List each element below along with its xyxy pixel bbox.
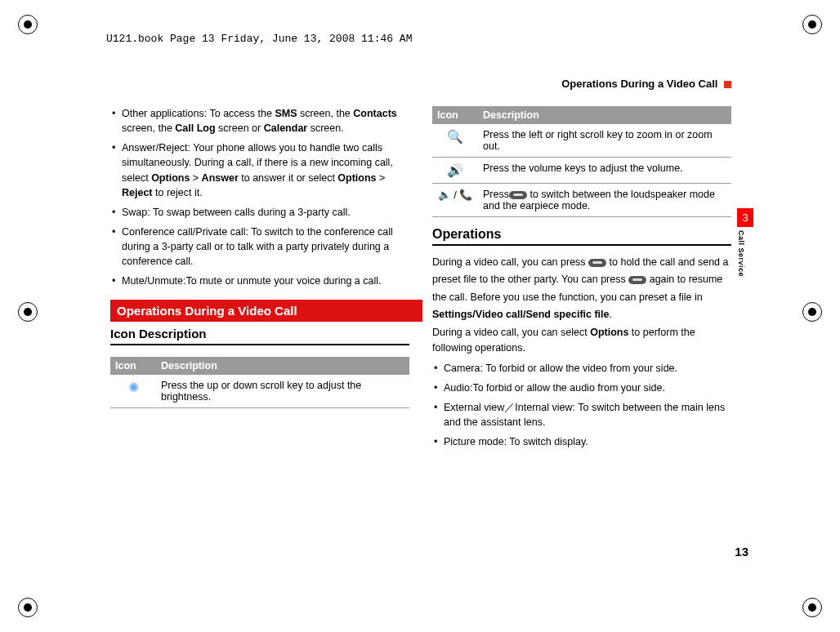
bullet-answer-reject: Answer/Reject: Your phone allows you to … [110,140,409,200]
text: > [377,172,386,184]
th-icon: Icon [110,357,156,375]
table-row: 🔍 Press the left or right scroll key to … [432,124,731,158]
left-column: Other applications: To access the SMS sc… [110,106,409,454]
table-row: ✺ Press the up or down scroll key to adj… [110,375,409,408]
bullet-swap: Swap: To swap between calls during a 3-p… [110,205,409,220]
text: screen. [307,122,343,134]
text: During a video call, you can select [432,327,590,338]
cell-desc: Press the left or right scroll key to zo… [478,124,731,158]
speaker-earpiece-icon: 🔈 / 📞 [438,189,473,201]
pdf-header-meta: U121.book Page 13 Friday, June 13, 2008 … [106,33,412,45]
bold: Reject [122,187,153,198]
th-desc: Description [478,106,731,124]
side-tab-label: Call Service [737,230,745,277]
page-number: 13 [735,545,748,559]
bullet-mute: Mute/Unmute:To mute or unmute your voice… [110,274,409,288]
reg-mark-ml [18,302,38,322]
text: screen or [216,122,264,134]
text: screen, the [122,122,175,134]
text: Other applications: To access the [122,108,275,119]
key-icon [628,276,646,284]
text: Press [483,189,509,200]
bold: Options [590,327,628,338]
reg-mark-bl [18,598,38,617]
bold: Call Log [175,122,215,134]
side-tab-number: 3 [737,208,753,227]
subhead-icon-description: Icon Description [110,327,409,345]
text: During a video call, you can press [432,256,588,268]
volume-icon: 🔊 [447,163,463,177]
bold: Answer [202,172,239,184]
icon-table-left: Icon Description ✺ Press the up or down … [110,357,409,408]
text: > [190,172,201,184]
running-head: Operations During a Video Call [110,78,731,90]
brightness-icon: ✺ [128,381,139,394]
bullet-conference: Conference call/Private call: To switch … [110,225,409,269]
running-head-text: Operations During a Video Call [561,78,717,90]
text: to reject it. [153,187,203,198]
zoom-icon: 🔍 [447,130,463,144]
left-bullet-list: Other applications: To access the SMS sc… [110,106,409,288]
bullet-picture-mode: Picture mode: To switch display. [432,434,731,449]
text: . [610,309,612,320]
right-column: Icon Description 🔍 Press the left or rig… [432,106,731,454]
operations-para-2: During a video call, you can select Opti… [432,325,731,356]
bold: Settings/Video call/Send specific file [432,309,610,320]
side-tab: 3 Call Service [737,208,753,277]
th-desc: Description [156,357,409,375]
table-row: 🔈 / 📞 Press to switch between the loudsp… [432,184,731,217]
reg-mark-mr [802,302,822,322]
text: screen, the [297,108,353,119]
text: to answer it or select [239,172,338,184]
running-head-marker [724,81,731,88]
reg-mark-tl [18,15,38,34]
bold: SMS [275,108,297,119]
heading-operations: Operations [432,227,731,246]
key-icon [509,191,527,199]
bullet-external-internal: External view／Internal view: To switch b… [432,400,731,429]
operations-para-1: During a video call, you can press to ho… [432,254,731,323]
bullet-audio: Audio:To forbid or allow the audio from … [432,381,731,395]
reg-mark-br [802,598,822,617]
cell-desc: Press the volume keys to adjust the volu… [478,158,731,184]
th-icon: Icon [432,106,478,124]
bullet-other-apps: Other applications: To access the SMS sc… [110,106,409,136]
bold: Contacts [353,108,396,119]
bullet-camera: Camera: To forbid or allow the video fro… [432,361,731,376]
bold: Options [337,172,376,184]
operations-bullet-list: Camera: To forbid or allow the video fro… [432,361,731,450]
cell-desc: Press to switch between the loudspeaker … [478,184,731,217]
icon-table-right: Icon Description 🔍 Press the left or rig… [432,106,731,217]
table-row: 🔊 Press the volume keys to adjust the vo… [432,158,731,184]
reg-mark-tr [802,15,822,34]
page-content: Operations During a Video Call Other app… [110,78,731,454]
bold: Options [151,172,190,184]
cell-desc: Press the up or down scroll key to adjus… [156,375,409,408]
key-icon [588,259,606,267]
section-bar-operations-video-call: Operations During a Video Call [110,300,422,322]
bold: Calendar [264,122,308,134]
